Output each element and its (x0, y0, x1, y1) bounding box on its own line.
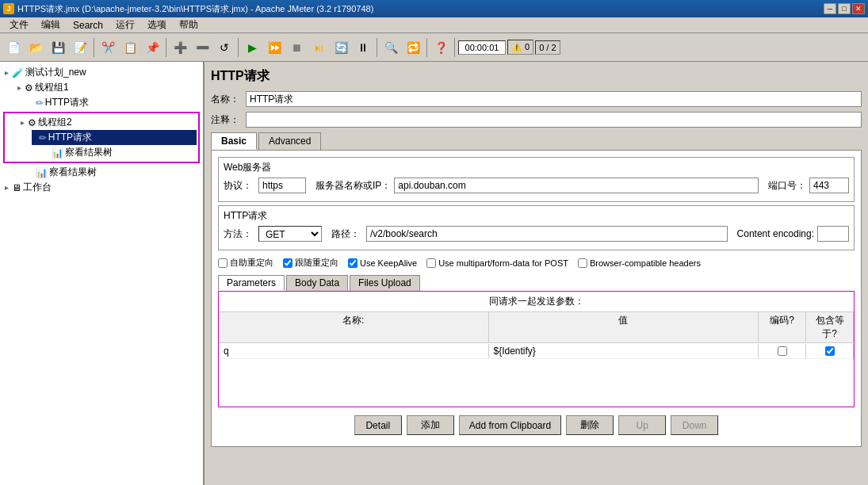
tree-panel: ▸ 🧪 测试计划_new ▸ ⚙ 线程组1 ✏ HTTP请求 ▸ ⚙ 线程组2 (0, 62, 205, 485)
tree-item-viewresults2[interactable]: 📊 察看结果树 (44, 145, 197, 160)
comment-input[interactable] (246, 112, 862, 128)
open-button[interactable]: 📂 (25, 37, 46, 58)
add-button[interactable]: 添加 (407, 415, 454, 435)
encoding-input[interactable] (817, 226, 849, 242)
cb-browser-headers[interactable]: Browser-compatible headers (578, 258, 701, 268)
stop-button[interactable]: ⏹ (286, 37, 307, 58)
tree-item-httpreq1[interactable]: ✏ HTTP请求 (29, 95, 200, 110)
run-no-pause-button[interactable]: ⏩ (264, 37, 285, 58)
run-button[interactable]: ▶ (242, 37, 262, 58)
sub-tab-bodydata[interactable]: Body Data (286, 275, 348, 291)
param-include-0[interactable] (825, 346, 835, 356)
tab-basic[interactable]: Basic (211, 132, 257, 150)
tree-item-threadgroup1[interactable]: ▸ ⚙ 线程组1 (16, 80, 200, 95)
tree-label-root: 测试计划_new (25, 66, 86, 79)
params-cell-encode-0[interactable] (759, 344, 806, 358)
cb-multipart-input[interactable] (426, 258, 436, 268)
remote-start-button[interactable]: 🔄 (331, 37, 351, 58)
tree-item-root[interactable]: ▸ 🧪 测试计划_new (3, 65, 200, 80)
port-label: 端口号： (768, 179, 806, 193)
detail-button[interactable]: Detail (354, 415, 402, 435)
tab-advanced[interactable]: Advanced (258, 132, 321, 150)
menu-run[interactable]: 运行 (109, 17, 141, 33)
expand-icon-vr1 (30, 168, 33, 177)
search-icon[interactable]: 🔍 (380, 37, 401, 58)
tree-item-httpreq2[interactable]: ✏ HTTP请求 (32, 130, 197, 145)
params-col-headers: 名称: 值 编码? 包含等于? (219, 312, 854, 343)
up-button[interactable]: Up (618, 415, 666, 435)
protocol-label: 协议： (224, 179, 255, 193)
httpreq-title: HTTP请求 (224, 209, 849, 223)
tree-item-workbench[interactable]: ▸ 🖥 工作台 (3, 180, 200, 195)
col-name: 名称: (219, 312, 489, 342)
title-text: HTTPS请求.jmx (D:\apache-jmeter-3.2\bin\HT… (17, 3, 373, 15)
comment-label: 注释： (211, 113, 243, 127)
name-row: 名称： (211, 91, 862, 107)
port-input[interactable] (809, 178, 849, 193)
cb-keepalive[interactable]: Use KeepAlive (348, 258, 417, 268)
tree-item-threadgroup2[interactable]: ▸ ⚙ 线程组2 (19, 115, 197, 130)
cb-browser-headers-input[interactable] (578, 258, 587, 268)
help-button[interactable]: ❓ (430, 37, 451, 58)
main-layout: ▸ 🧪 测试计划_new ▸ ⚙ 线程组1 ✏ HTTP请求 ▸ ⚙ 线程组2 (0, 62, 868, 485)
tree-label-hr2: HTTP请求 (48, 131, 92, 144)
add-button[interactable]: ➕ (170, 37, 190, 58)
webserver-title: Web服务器 (224, 161, 849, 174)
sep1 (94, 38, 94, 57)
comment-row: 注释： (211, 112, 862, 128)
menu-options[interactable]: 选项 (141, 17, 173, 33)
cb-multipart[interactable]: Use multipart/form-data for POST (426, 258, 568, 268)
clear-button[interactable]: ↺ (214, 37, 235, 58)
save-as-button[interactable]: 📝 (70, 37, 90, 58)
remote-stop-button[interactable]: ⏸ (353, 37, 373, 58)
param-encode-0[interactable] (778, 346, 787, 356)
cb-follow-redirect[interactable]: 跟随重定向 (283, 257, 338, 269)
cb-follow-redirect-label: 跟随重定向 (295, 257, 338, 269)
menu-edit[interactable]: 编辑 (35, 17, 67, 33)
cb-browser-headers-label: Browser-compatible headers (590, 258, 701, 268)
tree-label-vr1: 察看结果树 (49, 166, 97, 179)
param-value-0: ${Identify} (494, 346, 536, 357)
paste-button[interactable]: 📌 (142, 37, 163, 58)
cb-auto-redirect-input[interactable] (218, 258, 228, 268)
protocol-input[interactable] (258, 178, 306, 193)
path-input[interactable] (366, 226, 728, 242)
menu-help[interactable]: 帮助 (173, 17, 205, 33)
menu-search[interactable]: Search (67, 18, 109, 32)
cb-keepalive-input[interactable] (348, 258, 358, 268)
params-cell-include-0[interactable] (806, 344, 854, 358)
add-clipboard-button[interactable]: Add from Clipboard (459, 415, 561, 435)
name-input[interactable] (246, 91, 862, 107)
highlighted-group: ▸ ⚙ 线程组2 ✏ HTTP请求 📊 察看结果树 (3, 112, 200, 163)
sub-tab-filesupload[interactable]: Files Upload (350, 275, 420, 291)
tree-item-viewresults1[interactable]: 📊 察看结果树 (29, 165, 200, 180)
title-bar-buttons: ─ □ ✕ (824, 3, 865, 14)
sub-tabs: Parameters Body Data Files Upload (218, 275, 855, 291)
cut-button[interactable]: ✂️ (98, 37, 118, 58)
close-button[interactable]: ✕ (852, 3, 865, 14)
title-bar: J HTTPS请求.jmx (D:\apache-jmeter-3.2\bin\… (0, 0, 868, 17)
new-button[interactable]: 📄 (3, 37, 24, 58)
save-button[interactable]: 💾 (48, 37, 68, 58)
delete-button[interactable]: 删除 (566, 415, 614, 435)
params-cell-name-0[interactable]: q (219, 344, 489, 358)
tree-label-workbench: 工作台 (23, 181, 52, 194)
params-table: 同请求一起发送参数： 名称: 值 编码? 包含等于? q ${Identify} (218, 291, 855, 407)
cb-multipart-label: Use multipart/form-data for POST (438, 258, 568, 268)
params-header: 同请求一起发送参数： (219, 292, 854, 312)
remove-button[interactable]: ➖ (192, 37, 212, 58)
method-select[interactable]: GET POST PUT DELETE (258, 226, 322, 242)
params-cell-value-0[interactable]: ${Identify} (489, 344, 759, 358)
maximize-button[interactable]: □ (838, 3, 851, 14)
server-input[interactable] (394, 178, 759, 193)
cb-follow-redirect-input[interactable] (283, 258, 293, 268)
menu-file[interactable]: 文件 (3, 17, 35, 33)
down-button[interactable]: Down (671, 415, 718, 435)
chart-icon-vr1: 📊 (36, 167, 48, 178)
sub-tab-parameters[interactable]: Parameters (218, 275, 285, 291)
minimize-button[interactable]: ─ (824, 3, 836, 14)
reset-button[interactable]: 🔁 (403, 37, 423, 58)
copy-button[interactable]: 📋 (120, 37, 140, 58)
shutdown-button[interactable]: ⏯ (308, 37, 329, 58)
cb-auto-redirect[interactable]: 自助重定向 (218, 257, 273, 269)
